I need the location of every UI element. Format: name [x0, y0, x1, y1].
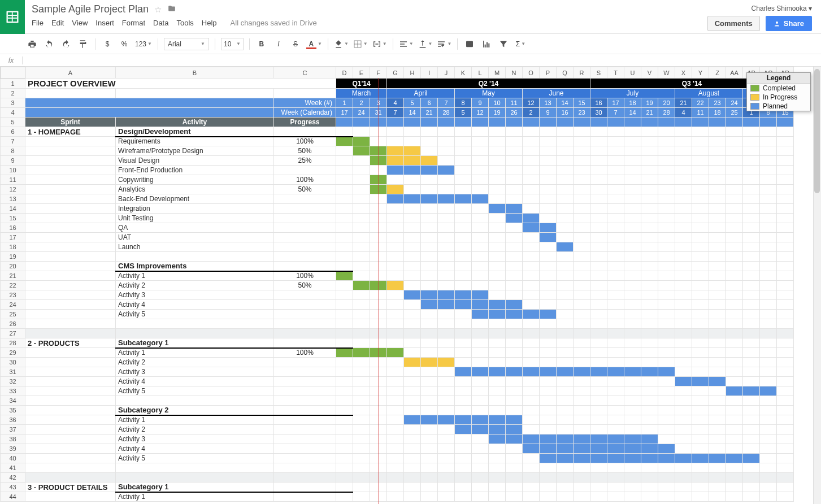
- row-header[interactable]: 34: [1, 396, 25, 406]
- activity-cell[interactable]: Activity 1: [116, 348, 274, 358]
- functions-icon[interactable]: Σ▼: [514, 37, 527, 51]
- v-align-icon[interactable]: ▼: [418, 37, 433, 51]
- strikethrough-icon[interactable]: S: [289, 37, 302, 51]
- activity-cell[interactable]: Activity 2: [116, 358, 274, 367]
- row-header[interactable]: 11: [1, 175, 25, 185]
- menu-format[interactable]: Format: [122, 19, 145, 27]
- row-header[interactable]: 4: [1, 108, 25, 118]
- progress-cell[interactable]: [274, 290, 336, 300]
- activity-cell[interactable]: [116, 252, 274, 262]
- progress-cell[interactable]: [274, 194, 336, 204]
- row-header[interactable]: 7: [1, 137, 25, 146]
- font-size-select[interactable]: 10▼: [221, 38, 244, 50]
- row-header[interactable]: 3: [1, 98, 25, 108]
- row-header[interactable]: 27: [1, 329, 25, 338]
- activity-cell[interactable]: [116, 396, 274, 406]
- activity-cell[interactable]: Activity 5: [116, 386, 274, 396]
- activity-cell[interactable]: [116, 319, 274, 329]
- progress-cell[interactable]: [274, 310, 336, 319]
- row-header[interactable]: 12: [1, 185, 25, 194]
- row-header[interactable]: 24: [1, 300, 25, 310]
- progress-cell[interactable]: [274, 319, 336, 329]
- activity-cell[interactable]: Analytics: [116, 185, 274, 194]
- row-header[interactable]: 37: [1, 425, 25, 435]
- activity-cell[interactable]: Requirements: [116, 137, 274, 146]
- progress-cell[interactable]: [274, 386, 336, 396]
- row-header[interactable]: 18: [1, 242, 25, 252]
- activity-cell[interactable]: Activity 3: [116, 290, 274, 300]
- col-header[interactable]: Y: [692, 67, 709, 79]
- progress-cell[interactable]: 50%: [274, 146, 336, 156]
- col-header[interactable]: A: [25, 67, 116, 79]
- vertical-scrollbar[interactable]: [813, 67, 821, 504]
- comments-button[interactable]: Comments: [707, 16, 760, 31]
- col-header[interactable]: D: [336, 67, 353, 79]
- col-header[interactable]: G: [387, 67, 404, 79]
- row-header[interactable]: 36: [1, 415, 25, 425]
- activity-cell[interactable]: Activity 1: [116, 271, 274, 281]
- row-header[interactable]: 6: [1, 127, 25, 137]
- fill-color-icon[interactable]: ▼: [334, 37, 349, 51]
- progress-cell[interactable]: [274, 396, 336, 406]
- col-header[interactable]: Q: [557, 67, 574, 79]
- activity-cell[interactable]: Activity 3: [116, 367, 274, 377]
- doc-title[interactable]: Sample Agile Project Plan: [32, 3, 149, 15]
- row-header[interactable]: 44: [1, 492, 25, 502]
- spreadsheet-grid[interactable]: ABCDEFGHIJKLMNOPQRSTUVWXYZAAABACAD1PROJE…: [0, 67, 794, 502]
- row-header[interactable]: 40: [1, 454, 25, 463]
- row-header[interactable]: 15: [1, 214, 25, 223]
- activity-cell[interactable]: Activity 4: [116, 300, 274, 310]
- row-header[interactable]: 2: [1, 89, 25, 98]
- col-header[interactable]: W: [658, 67, 675, 79]
- activity-cell[interactable]: Activity 5: [116, 454, 274, 463]
- text-wrap-icon[interactable]: ▼: [437, 37, 451, 51]
- progress-cell[interactable]: [274, 367, 336, 377]
- progress-cell[interactable]: [274, 166, 336, 175]
- progress-cell[interactable]: [274, 377, 336, 386]
- activity-cell[interactable]: [116, 463, 274, 473]
- folder-icon[interactable]: [167, 5, 176, 14]
- filter-icon[interactable]: [497, 37, 510, 51]
- col-header[interactable]: B: [116, 67, 274, 79]
- redo-icon[interactable]: [60, 37, 72, 51]
- col-header[interactable]: U: [624, 67, 641, 79]
- row-header[interactable]: 35: [1, 406, 25, 415]
- activity-cell[interactable]: Activity 2: [116, 425, 274, 435]
- menu-edit[interactable]: Edit: [51, 19, 64, 27]
- share-button[interactable]: Share: [766, 16, 812, 31]
- col-header[interactable]: T: [607, 67, 624, 79]
- menu-help[interactable]: Help: [202, 19, 217, 27]
- row-header[interactable]: 31: [1, 367, 25, 377]
- merge-cells-icon[interactable]: ▼: [372, 37, 387, 51]
- col-header[interactable]: R: [574, 67, 590, 79]
- activity-cell[interactable]: Unit Testing: [116, 214, 274, 223]
- col-header[interactable]: S: [590, 67, 607, 79]
- activity-cell[interactable]: Activity 5: [116, 310, 274, 319]
- menu-data[interactable]: Data: [153, 19, 168, 27]
- progress-cell[interactable]: [274, 463, 336, 473]
- undo-icon[interactable]: [43, 37, 55, 51]
- activity-cell[interactable]: UAT: [116, 233, 274, 242]
- progress-cell[interactable]: 50%: [274, 281, 336, 290]
- account-name[interactable]: Charles Shimooka ▾: [752, 5, 812, 12]
- row-header[interactable]: 43: [1, 483, 25, 492]
- activity-cell[interactable]: Wireframe/Prototype Design: [116, 146, 274, 156]
- col-header[interactable]: Z: [709, 67, 726, 79]
- activity-cell[interactable]: Activity 3: [116, 435, 274, 444]
- col-header[interactable]: C: [274, 67, 336, 79]
- row-header[interactable]: 21: [1, 271, 25, 281]
- row-header[interactable]: 29: [1, 348, 25, 358]
- col-header[interactable]: K: [455, 67, 472, 79]
- activity-cell[interactable]: Front-End Production: [116, 166, 274, 175]
- col-header[interactable]: P: [540, 67, 557, 79]
- progress-cell[interactable]: 50%: [274, 185, 336, 194]
- col-header[interactable]: V: [641, 67, 658, 79]
- col-header[interactable]: M: [489, 67, 506, 79]
- menu-file[interactable]: File: [32, 19, 44, 27]
- progress-cell[interactable]: [274, 435, 336, 444]
- col-header[interactable]: AA: [726, 67, 743, 79]
- row-header[interactable]: 39: [1, 444, 25, 454]
- progress-cell[interactable]: [274, 252, 336, 262]
- activity-cell[interactable]: Copywriting: [116, 175, 274, 185]
- star-icon[interactable]: ☆: [154, 5, 162, 15]
